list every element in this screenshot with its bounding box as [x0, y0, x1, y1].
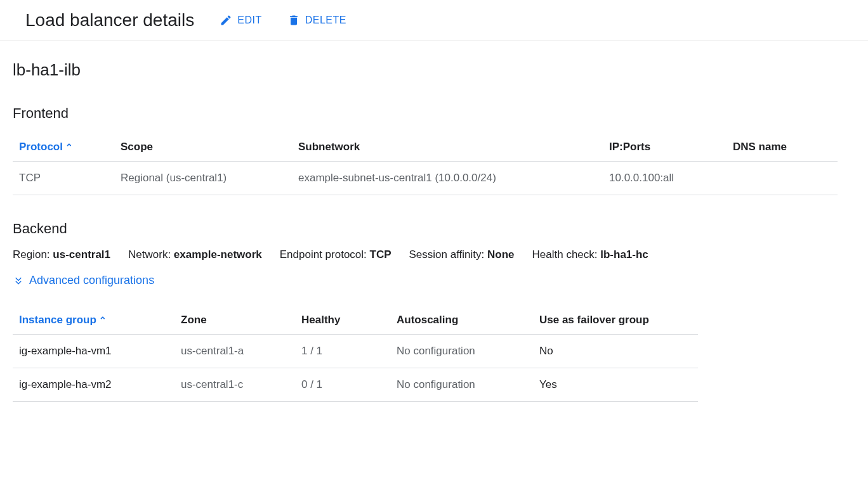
backend-col-instance-group[interactable]: Instance group⌃: [13, 306, 174, 335]
backend-col-autoscaling[interactable]: Autoscaling: [390, 306, 533, 335]
frontend-col-protocol[interactable]: Protocol⌃: [13, 133, 114, 162]
frontend-col-ipports[interactable]: IP:Ports: [603, 133, 727, 162]
page-header: Load balancer details EDIT DELETE: [0, 0, 868, 41]
backend-table: Instance group⌃ Zone Healthy Autoscaling…: [13, 306, 698, 402]
frontend-dnsname-cell: [727, 162, 838, 195]
frontend-col-dnsname[interactable]: DNS name: [727, 133, 838, 162]
backend-endpoint-protocol: Endpoint protocol: TCP: [280, 248, 391, 261]
backend-zone-cell: us-central1-a: [174, 335, 295, 368]
frontend-ipports-cell: 10.0.0.100:all: [603, 162, 727, 195]
backend-failover-cell: No: [533, 335, 698, 368]
frontend-protocol-cell: TCP: [13, 162, 114, 195]
frontend-section-title: Frontend: [13, 105, 855, 122]
page-title: Load balancer details: [25, 10, 194, 30]
advanced-configurations-label: Advanced configurations: [29, 274, 154, 287]
backend-col-healthy[interactable]: Healthy: [295, 306, 390, 335]
advanced-configurations-toggle[interactable]: Advanced configurations: [13, 274, 855, 287]
backend-col-failover[interactable]: Use as failover group: [533, 306, 698, 335]
backend-healthy-cell: 1 / 1: [295, 335, 390, 368]
backend-autoscaling-cell: No configuration: [390, 335, 533, 368]
backend-region: Region: us-central1: [13, 248, 110, 261]
backend-col-zone[interactable]: Zone: [174, 306, 295, 335]
frontend-subnetwork-cell: example-subnet-us-central1 (10.0.0.0/24): [292, 162, 603, 195]
backend-instance-group-cell: ig-example-ha-vm1: [13, 335, 174, 368]
chevron-up-icon: ⌃: [65, 142, 73, 152]
backend-autoscaling-cell: No configuration: [390, 368, 533, 402]
frontend-table: Protocol⌃ Scope Subnetwork IP:Ports DNS …: [13, 133, 838, 195]
table-row: ig-example-ha-vm1 us-central1-a 1 / 1 No…: [13, 335, 698, 368]
table-row: ig-example-ha-vm2 us-central1-c 0 / 1 No…: [13, 368, 698, 402]
delete-button[interactable]: DELETE: [287, 14, 346, 27]
content-area: lb-ha1-ilb Frontend Protocol⌃ Scope Subn…: [0, 41, 868, 446]
backend-health-check: Health check: lb-ha1-hc: [532, 248, 648, 261]
backend-meta: Region: us-central1 Network: example-net…: [13, 248, 855, 261]
edit-button[interactable]: EDIT: [220, 14, 261, 27]
delete-icon: [287, 14, 300, 27]
double-chevron-down-icon: [13, 275, 24, 287]
backend-session-affinity: Session affinity: None: [409, 248, 515, 261]
load-balancer-name: lb-ha1-ilb: [13, 60, 855, 80]
table-row: TCP Regional (us-central1) example-subne…: [13, 162, 838, 195]
frontend-col-scope[interactable]: Scope: [114, 133, 292, 162]
backend-section-title: Backend: [13, 221, 855, 237]
frontend-col-subnetwork[interactable]: Subnetwork: [292, 133, 603, 162]
chevron-up-icon: ⌃: [99, 315, 107, 325]
edit-icon: [220, 14, 232, 27]
edit-button-label: EDIT: [237, 15, 261, 26]
backend-zone-cell: us-central1-c: [174, 368, 295, 402]
backend-healthy-cell: 0 / 1: [295, 368, 390, 402]
backend-network: Network: example-network: [128, 248, 262, 261]
delete-button-label: DELETE: [305, 15, 346, 26]
backend-failover-cell: Yes: [533, 368, 698, 402]
frontend-scope-cell: Regional (us-central1): [114, 162, 292, 195]
backend-instance-group-cell: ig-example-ha-vm2: [13, 368, 174, 402]
